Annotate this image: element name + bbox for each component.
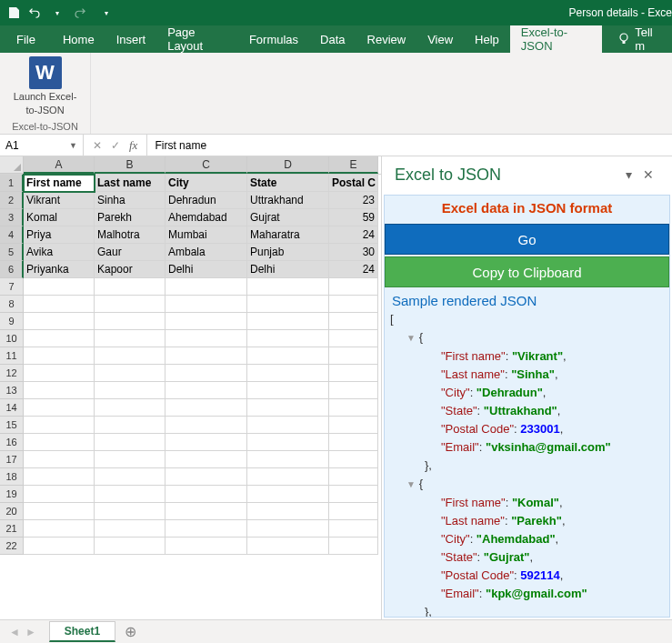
cell[interactable] (95, 347, 165, 365)
cell[interactable] (329, 520, 378, 538)
row-header[interactable]: 6 (0, 261, 24, 278)
cell[interactable] (24, 486, 95, 503)
cell[interactable] (24, 417, 95, 434)
cell[interactable] (247, 365, 329, 382)
cell[interactable]: Ahemdabad (165, 209, 247, 226)
cell[interactable] (247, 296, 329, 313)
cell[interactable] (329, 347, 378, 365)
cell[interactable]: First name (24, 175, 95, 192)
cell[interactable] (329, 296, 378, 313)
cell[interactable] (329, 503, 378, 520)
cell[interactable]: Parekh (95, 209, 165, 226)
redo-icon[interactable] (73, 6, 85, 19)
cell[interactable] (24, 520, 95, 538)
cell[interactable] (165, 451, 247, 468)
row-header[interactable]: 15 (0, 417, 24, 434)
cell[interactable] (24, 538, 95, 555)
row-header[interactable]: 1 (0, 175, 24, 192)
cell[interactable]: Mumbai (165, 226, 247, 244)
cell[interactable] (247, 468, 329, 486)
row-header[interactable]: 10 (0, 330, 24, 347)
json-viewer[interactable]: [▼ {"First name": "Vikrant","Last name":… (385, 310, 669, 617)
row-header[interactable]: 8 (0, 296, 24, 313)
cell[interactable] (95, 538, 165, 555)
save-icon[interactable] (7, 6, 20, 19)
cell[interactable] (165, 347, 247, 365)
name-box-dropdown-icon[interactable]: ▼ (69, 141, 77, 150)
cell[interactable] (247, 451, 329, 468)
cell[interactable] (165, 399, 247, 417)
cell[interactable] (24, 365, 95, 382)
cell[interactable] (95, 468, 165, 486)
cell[interactable] (24, 278, 95, 296)
cell[interactable]: 59 (329, 209, 378, 226)
cell[interactable] (329, 486, 378, 503)
row-header[interactable]: 12 (0, 365, 24, 382)
cell[interactable] (329, 330, 378, 347)
cell[interactable]: Priyanka (24, 261, 95, 278)
cell[interactable] (247, 520, 329, 538)
row-header[interactable]: 21 (0, 520, 24, 538)
cell[interactable] (24, 296, 95, 313)
cell[interactable] (95, 520, 165, 538)
cell[interactable] (24, 382, 95, 399)
tab-view[interactable]: View (416, 25, 464, 53)
row-header[interactable]: 5 (0, 244, 24, 261)
cell[interactable] (247, 503, 329, 520)
row-header[interactable]: 16 (0, 434, 24, 451)
qat-customize-icon[interactable]: ▾ (100, 6, 113, 19)
cell[interactable] (24, 503, 95, 520)
cell[interactable]: 23 (329, 192, 378, 209)
cell[interactable] (165, 365, 247, 382)
cell[interactable] (95, 278, 165, 296)
cell[interactable] (247, 434, 329, 451)
cell[interactable] (247, 417, 329, 434)
cell[interactable]: Punjab (247, 244, 329, 261)
cell[interactable] (165, 434, 247, 451)
select-all-corner[interactable] (0, 156, 24, 174)
row-header[interactable]: 13 (0, 382, 24, 399)
row-header[interactable]: 22 (0, 538, 24, 555)
cell[interactable]: City (165, 175, 247, 192)
row-header[interactable]: 4 (0, 226, 24, 244)
row-header[interactable]: 14 (0, 399, 24, 417)
cell[interactable] (24, 399, 95, 417)
row-header[interactable]: 11 (0, 347, 24, 365)
cell[interactable] (95, 365, 165, 382)
cell[interactable] (24, 313, 95, 330)
cell[interactable]: 24 (329, 261, 378, 278)
row-header[interactable]: 20 (0, 503, 24, 520)
cell[interactable] (95, 434, 165, 451)
sheet-next-icon[interactable]: ► (25, 626, 36, 638)
cell[interactable]: Priya (24, 226, 95, 244)
cell[interactable]: Dehradun (165, 192, 247, 209)
cell[interactable] (165, 278, 247, 296)
cell[interactable] (24, 330, 95, 347)
cell[interactable] (329, 382, 378, 399)
enter-icon[interactable]: ✓ (111, 139, 120, 152)
cell[interactable] (165, 382, 247, 399)
column-header[interactable]: A (24, 156, 95, 174)
cell[interactable] (165, 330, 247, 347)
word-icon[interactable]: W (29, 56, 62, 89)
copy-to-clipboard-button[interactable]: Copy to Clipboard (385, 256, 669, 287)
cell[interactable] (95, 451, 165, 468)
cell[interactable]: Postal C (329, 175, 378, 192)
fx-icon[interactable]: fx (129, 138, 137, 153)
cell[interactable]: Ambala (165, 244, 247, 261)
column-header[interactable]: D (247, 156, 329, 174)
cell[interactable] (329, 278, 378, 296)
cell[interactable]: 30 (329, 244, 378, 261)
cancel-icon[interactable]: ✕ (93, 139, 102, 152)
cell[interactable] (247, 278, 329, 296)
cell[interactable] (165, 296, 247, 313)
row-header[interactable]: 19 (0, 486, 24, 503)
name-box[interactable]: A1 ▼ (0, 135, 84, 156)
column-header[interactable]: C (165, 156, 247, 174)
tab-data[interactable]: Data (309, 25, 356, 53)
cell[interactable] (95, 486, 165, 503)
cell[interactable] (95, 296, 165, 313)
taskpane-menu-icon[interactable]: ▾ (620, 167, 637, 182)
row-header[interactable]: 7 (0, 278, 24, 296)
cell[interactable] (165, 313, 247, 330)
